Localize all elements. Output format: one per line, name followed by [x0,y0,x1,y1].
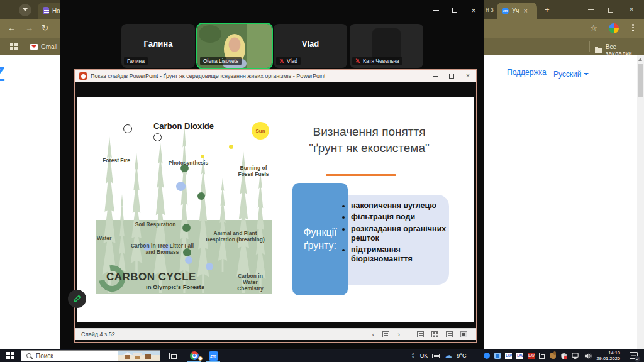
muted-mic-icon [279,58,285,64]
display-switch-icon[interactable] [539,353,545,359]
extension-icon [43,7,49,14]
participant-label: Галина [124,57,148,65]
zoom-close-button[interactable]: × [464,0,483,20]
bullet-item: фільтрація води [351,212,447,222]
forward-icon[interactable]: → [25,23,33,33]
desktop-screen: Новор н з zm Уч × + × ← → ↻ ☆ [0,0,644,362]
back-icon[interactable]: ← [8,23,16,33]
minimize-button[interactable] [427,70,443,82]
lav-audio-icon[interactable]: LAV [516,353,523,359]
participant-tile-galina[interactable]: Галина Галина [121,24,195,68]
tab-label: Уч [512,8,519,14]
diagram-label: Forest Fire [101,158,132,164]
temperature-label[interactable]: 9°C [457,353,466,359]
zoom-tray-icon[interactable] [484,353,490,359]
slide-menu-button[interactable] [382,331,389,337]
reading-view-button[interactable] [446,331,453,337]
speaker-icon[interactable] [584,353,592,359]
browser-tab-active[interactable]: zm Уч × [497,3,537,19]
divider [23,41,23,52]
security-shield-icon[interactable] [560,353,567,359]
new-tab-button[interactable]: + [545,5,550,14]
tray-clock[interactable]: 14:10 29.01.2025 [596,350,620,362]
lav-splitter-icon[interactable]: LAV [505,353,512,359]
participant-name: Vlad [274,39,347,48]
maximize-button[interactable] [443,70,460,82]
carbon-dot [185,256,192,264]
minimize-icon[interactable] [582,0,599,19]
reload-icon[interactable]: ↻ [42,23,48,33]
taskbar-search-input[interactable]: Поиск [21,350,160,361]
diagram-caption-sub: in Olympic's Forests [146,283,204,290]
zoom-favicon: zm [502,8,509,14]
slide-canvas: Carbon Dioxide Sun Forest Fire Photosynt… [77,97,474,322]
chrome-badge-icon [198,356,203,361]
powerpoint-statusbar: Слайд 4 з 52 ‹ › [75,328,476,340]
slide-title: Визначення поняття "ґрунт як екосистема" [284,124,454,156]
zoom-site-logo: Z [0,62,5,86]
zoom-icon: zm [209,351,218,361]
language-indicator[interactable]: UK [420,353,428,359]
punto-switcher-icon[interactable] [550,353,556,359]
weather-cloud-icon[interactable]: ☁ [444,353,452,359]
tray-expand-icon[interactable]: ˄˅ [412,353,414,359]
apps-grid-icon[interactable] [10,43,18,50]
diagram-caption: CARBON CYCLE [106,271,196,283]
participant-tile-olena[interactable]: Olena Lisovets [197,24,272,68]
search-seasonal-decoration [118,350,160,361]
pencil-icon [72,294,82,304]
support-link[interactable]: Поддержка [507,68,547,77]
tray-app-icon[interactable] [494,353,501,359]
language-selector[interactable]: Русский [553,68,589,79]
page-scrollbar[interactable] [637,55,644,349]
tab-search-button[interactable] [19,4,31,16]
close-icon[interactable]: × [623,0,640,19]
previous-slide-button[interactable]: ‹ [368,331,379,338]
powerpoint-icon [79,72,87,80]
zoom-maximize-button[interactable] [445,0,464,20]
browser-menu-icon[interactable] [632,24,634,31]
profile-avatar[interactable] [609,23,619,33]
diagram-label: Carbon in Tree Litter Fall and Biomass [127,243,197,256]
functions-label-box: Функціїґрунту: [292,183,348,295]
functions-bullet-list: накопичення вуглецю фільтрація води розк… [341,201,447,266]
participant-tile-vlad[interactable]: Vlad Vlad [274,24,347,68]
bullet-item: розкладання органічних решток [351,224,447,244]
tab-partial-label[interactable]: н з [486,6,494,13]
start-button[interactable] [6,352,14,360]
date-label: 29.01.2025 [596,356,620,361]
diagram-label: Soil Respiration [131,222,180,228]
network-icon[interactable] [572,353,580,359]
participant-name: Галина [121,39,195,48]
maximize-icon[interactable] [602,0,619,19]
search-icon [26,353,31,358]
powerpoint-window: Показ слайдів PowerPoint - Ґрунт як сере… [74,69,477,343]
powerpoint-titlebar: Показ слайдів PowerPoint - Ґрунт як сере… [75,70,476,82]
next-slide-button[interactable]: › [393,331,404,338]
task-view-button[interactable] [169,353,177,359]
muted-mic-icon [355,58,361,64]
slideshow-view-button[interactable] [460,331,467,337]
bullet-item: підтримання біорізноманіття [351,245,447,265]
participant-tile-katia[interactable]: Катя Чевельча [350,24,423,68]
scrollbar-thumb[interactable] [638,64,643,97]
annotation-pencil-button[interactable] [68,290,86,308]
divider [589,41,590,52]
bookmark-gmail[interactable]: Gmail [30,43,57,50]
chevron-down-icon [584,73,589,75]
close-button[interactable]: × [460,70,476,82]
scroll-up-icon[interactable] [638,58,642,61]
taskbar-chrome-button[interactable] [185,349,204,362]
diagram-label: Animal and Plant Respiration (breathing) [204,231,267,243]
tab-close-icon[interactable]: × [524,7,528,14]
bookmark-star-icon[interactable]: ☆ [590,23,597,33]
lav-video-icon[interactable]: LAV [528,353,535,359]
slide-sorter-button[interactable] [431,331,438,337]
diagram-label: Water [97,236,123,242]
taskbar-zoom-button[interactable]: zm [204,349,223,362]
keyboard-icon[interactable] [432,354,440,358]
zoom-minimize-button[interactable] [426,0,445,20]
normal-view-button[interactable] [417,331,424,337]
browser-window-controls: × [582,0,640,19]
action-center-button[interactable]: 2 [630,352,638,360]
